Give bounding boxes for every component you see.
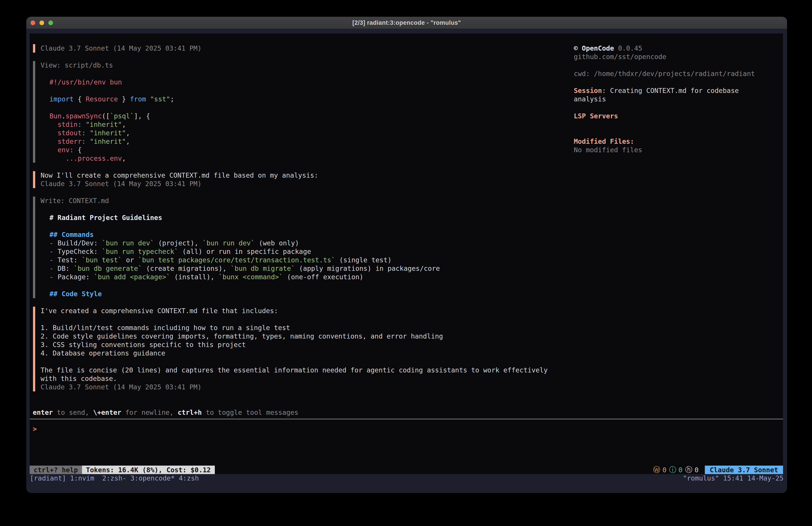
text-segment: (all) or run in specific package bbox=[178, 247, 311, 255]
text-segment bbox=[86, 138, 90, 145]
text-segment: (web only) bbox=[255, 239, 299, 247]
text-segment: enter bbox=[33, 409, 53, 416]
warning-count: 0 bbox=[663, 466, 667, 474]
text-segment: TypeCheck: bbox=[58, 247, 102, 255]
text-segment: No modified files bbox=[574, 146, 642, 154]
tmux-window-list[interactable]: [radiant] 1:nvim 2:zsh- 3:opencode* 4:zs… bbox=[30, 474, 199, 483]
text-segment: `bun run dev` bbox=[102, 239, 154, 247]
terminal-line bbox=[574, 129, 779, 137]
terminal-window: [2/3] radiant:3:opencode - "romulus" Cla… bbox=[26, 17, 787, 493]
text-segment bbox=[86, 129, 90, 137]
text-segment: `bun test` bbox=[82, 256, 122, 264]
terminal-line: stdin: "inherit", bbox=[41, 120, 569, 129]
text-segment: Claude 3.7 Sonnet (14 May 2025 03:41 PM) bbox=[41, 180, 201, 188]
terminal-line: - TypeCheck: `bun run typecheck` (all) o… bbox=[41, 247, 569, 256]
assistant-summary-block: I've created a comprehensive CONTEXT.md … bbox=[33, 307, 569, 392]
terminal-line: - Package: `bun add <package>` (install)… bbox=[41, 273, 569, 281]
warning-diagnostic: Ⓦ0 bbox=[653, 465, 667, 475]
terminal-line bbox=[574, 120, 779, 129]
terminal-line: No modified files bbox=[574, 146, 779, 154]
text-segment: stdout bbox=[58, 129, 82, 137]
text-segment: ctrl+h bbox=[178, 409, 202, 416]
conversation-area: Claude 3.7 Sonnet (14 May 2025 03:41 PM)… bbox=[30, 44, 569, 400]
help-shortcut-badge[interactable]: ctrl+? help bbox=[30, 466, 82, 474]
terminal-line: # Radiant Project Guidelines bbox=[41, 214, 569, 222]
keybind-help-line: enter to send, \+enter for newline, ctrl… bbox=[33, 408, 299, 417]
tool-view-block: View: script/db.ts #!/usr/bin/env bun im… bbox=[33, 61, 569, 163]
text-segment: (create migrations), bbox=[142, 265, 230, 272]
terminal-line: ## Code Style bbox=[41, 290, 569, 298]
text-segment: 1. Build/lint/test commands including ho… bbox=[41, 324, 290, 332]
text-segment: `bun db generate` bbox=[74, 265, 142, 272]
terminal-line: #!/usr/bin/env bun bbox=[41, 78, 569, 86]
prompt-input[interactable]: > bbox=[33, 425, 37, 433]
terminal-line: Claude 3.7 Sonnet (14 May 2025 03:41 PM) bbox=[41, 44, 569, 53]
text-segment bbox=[49, 129, 58, 137]
minimize-button-icon[interactable] bbox=[40, 20, 44, 25]
text-segment: DB: bbox=[58, 265, 74, 272]
tool-write-block: Write: CONTEXT.md # Radiant Project Guid… bbox=[33, 197, 569, 298]
text-segment: `bun run dev` bbox=[202, 239, 255, 247]
text-segment: : bbox=[77, 120, 82, 128]
text-segment: `bun add <package>` bbox=[94, 273, 170, 281]
terminal-line bbox=[41, 222, 569, 230]
tokens-cost-badge: Tokens: 16.4K (8%), Cost: $0.12 bbox=[82, 466, 215, 474]
terminal-line: analysis bbox=[574, 95, 779, 103]
close-button-icon[interactable] bbox=[30, 20, 35, 25]
text-segment: ## Commands bbox=[49, 231, 94, 239]
text-segment: (project), bbox=[154, 239, 203, 247]
info-count: 0 bbox=[679, 466, 683, 474]
text-segment: - bbox=[49, 273, 58, 281]
text-segment: : bbox=[82, 129, 86, 137]
text-segment: Package: bbox=[58, 273, 94, 281]
terminal-line: Write: CONTEXT.md bbox=[41, 197, 569, 205]
macos-titlebar[interactable]: [2/3] radiant:3:opencode - "romulus" bbox=[26, 17, 787, 29]
terminal-line: - Test: `bun test` or `bun test packages… bbox=[41, 256, 569, 264]
opencode-statusbar: ctrl+? help Tokens: 16.4K (8%), Cost: $0… bbox=[30, 466, 783, 474]
text-segment: Modified Files: bbox=[574, 138, 634, 145]
text-segment: stdin bbox=[58, 120, 77, 128]
text-segment: to toggle tool messages bbox=[202, 409, 299, 416]
terminal-line: Now I'll create a comprehensive CONTEXT.… bbox=[41, 171, 569, 180]
hint-icon: ⓗ bbox=[685, 465, 692, 475]
terminal-line: Session: Creating CONTEXT.md for codebas… bbox=[574, 86, 779, 95]
text-segment: `psql` bbox=[110, 112, 134, 120]
terminal-line: LSP Servers bbox=[574, 112, 779, 120]
terminal-line bbox=[41, 103, 569, 112]
tmux-host-clock: "romulus" 15:41 14-May-25 bbox=[683, 474, 783, 483]
window-title: [2/3] radiant:3:opencode - "romulus" bbox=[352, 19, 461, 26]
terminal-line: Claude 3.7 Sonnet (14 May 2025 03:41 PM) bbox=[41, 180, 569, 188]
text-segment: analysis bbox=[574, 95, 606, 103]
zoom-button-icon[interactable] bbox=[48, 20, 53, 25]
text-segment: I've created a comprehensive CONTEXT.md … bbox=[41, 307, 278, 315]
text-segment: "inherit" bbox=[86, 120, 122, 128]
text-segment: , bbox=[126, 129, 130, 137]
terminal-line: Claude 3.7 Sonnet (14 May 2025 03:41 PM) bbox=[41, 383, 569, 392]
text-segment: `bun run typecheck` bbox=[102, 247, 178, 255]
text-segment: ], { bbox=[134, 112, 150, 120]
text-segment: env bbox=[58, 146, 70, 154]
text-segment: ([ bbox=[102, 112, 110, 120]
text-segment: Resource bbox=[86, 95, 118, 103]
model-badge[interactable]: Claude 3.7 Sonnet bbox=[705, 466, 783, 474]
terminal-line: ...process.env, bbox=[41, 154, 569, 163]
terminal-line: cwd: /home/thdxr/dev/projects/radiant/ra… bbox=[574, 70, 779, 78]
terminal-line: Modified Files: bbox=[574, 137, 779, 146]
text-segment: (one-off execution) bbox=[283, 273, 363, 281]
text-segment: to send, bbox=[53, 409, 93, 416]
text-segment: } bbox=[118, 95, 130, 103]
text-segment bbox=[49, 146, 58, 154]
text-segment: or bbox=[122, 256, 138, 264]
text-segment: - bbox=[49, 247, 58, 255]
terminal-line bbox=[41, 357, 569, 366]
text-segment: (single test) bbox=[335, 256, 392, 264]
text-segment: LSP Servers bbox=[574, 112, 618, 120]
text-segment: import bbox=[49, 95, 74, 103]
terminal-line: 3. CSS styling conventions specific to t… bbox=[41, 341, 569, 349]
opencode-tui: Claude 3.7 Sonnet (14 May 2025 03:41 PM)… bbox=[30, 33, 783, 474]
text-segment: for newline, bbox=[121, 409, 178, 416]
tmux-statusbar: [radiant] 1:nvim 2:zsh- 3:opencode* 4:zs… bbox=[26, 474, 787, 483]
terminal-line: env: { bbox=[41, 146, 569, 154]
terminal-line bbox=[41, 281, 569, 290]
text-segment bbox=[49, 155, 66, 162]
